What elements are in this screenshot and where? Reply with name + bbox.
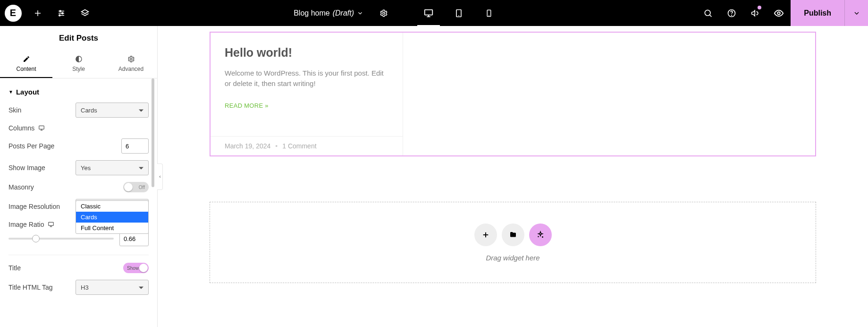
control-show-image: Show Image Yes — [8, 160, 149, 175]
editor-sidebar: Edit Posts Content Style Advanced ▼ Layo… — [0, 26, 158, 327]
title-toggle[interactable]: Show — [123, 263, 149, 273]
title-tag-select[interactable]: H3 — [76, 280, 149, 295]
elementor-logo-button[interactable]: E — [0, 0, 26, 26]
desktop-icon — [423, 8, 434, 18]
widget-dropzone[interactable]: Drag widget here — [210, 202, 816, 283]
layers-icon — [80, 9, 90, 18]
publish-label: Publish — [804, 9, 831, 17]
publish-button[interactable]: Publish — [791, 0, 844, 26]
skin-select[interactable]: Cards — [76, 103, 149, 118]
skin-option-classic[interactable]: Classic — [76, 201, 148, 212]
svg-rect-27 — [49, 222, 54, 225]
topbar-right: Publish — [696, 0, 868, 26]
svg-point-32 — [542, 236, 543, 237]
document-status: (Draft) — [333, 9, 354, 17]
title-tag-value: H3 — [81, 284, 89, 291]
topbar: E Blog home (Draft) — [0, 0, 868, 26]
svg-point-9 — [383, 12, 385, 14]
svg-point-17 — [705, 10, 711, 16]
post-title: Hello world! — [225, 46, 388, 60]
add-template-button[interactable] — [502, 224, 524, 246]
svg-point-7 — [59, 15, 60, 16]
svg-point-3 — [59, 10, 61, 12]
post-card-body: Hello world! Welcome to WordPress. This … — [211, 33, 403, 136]
posts-per-page-input[interactable] — [121, 138, 149, 154]
svg-rect-10 — [425, 9, 433, 15]
section-layout-header[interactable]: ▼ Layout — [8, 78, 149, 103]
posts-widget[interactable]: Hello world! Welcome to WordPress. This … — [210, 32, 816, 156]
tablet-icon — [454, 9, 463, 18]
add-element-button[interactable] — [26, 0, 50, 26]
ai-button[interactable] — [529, 224, 552, 246]
post-card-footer: March 19, 2024 • 1 Comment — [211, 136, 403, 155]
device-desktop-tab[interactable] — [413, 0, 444, 26]
topbar-left: E — [0, 0, 97, 26]
read-more-link[interactable]: READ MORE » — [225, 102, 388, 109]
tab-style-label: Style — [72, 66, 85, 72]
svg-point-23 — [130, 58, 132, 60]
tab-advanced-label: Advanced — [118, 66, 143, 72]
sidebar-title: Edit Posts — [0, 26, 157, 50]
sliders-icon — [57, 9, 66, 17]
gear-icon — [379, 9, 388, 17]
svg-rect-24 — [39, 126, 44, 129]
sidebar-collapse-button[interactable] — [157, 164, 163, 190]
site-settings-button[interactable] — [50, 0, 73, 26]
caret-down-icon: ▼ — [8, 89, 13, 95]
add-widget-button[interactable] — [474, 224, 497, 246]
posts-per-page-label: Posts Per Page — [8, 142, 54, 150]
whats-new-button[interactable] — [743, 0, 767, 26]
tab-style[interactable]: Style — [52, 50, 105, 78]
structure-button[interactable] — [73, 0, 97, 26]
help-button[interactable] — [720, 0, 743, 26]
dropzone-text: Drag widget here — [486, 254, 539, 262]
control-title: Title Show — [8, 263, 149, 273]
responsive-tabs — [413, 0, 504, 26]
image-ratio-slider[interactable] — [8, 238, 114, 240]
mobile-icon — [485, 9, 493, 17]
sparkle-icon — [536, 231, 545, 239]
toggle-knob — [124, 183, 133, 191]
preview-button[interactable] — [767, 0, 791, 26]
skin-option-full-content[interactable]: Full Content — [76, 223, 148, 233]
show-image-value: Yes — [81, 164, 91, 172]
folder-icon — [509, 231, 517, 239]
image-ratio-label: Image Ratio — [8, 221, 54, 228]
device-mobile-tab[interactable] — [474, 0, 504, 26]
finder-button[interactable] — [696, 0, 720, 26]
skin-select-value: Cards — [81, 107, 97, 114]
divider — [8, 255, 149, 255]
elementor-logo-icon: E — [5, 5, 22, 22]
svg-point-21 — [777, 12, 780, 15]
help-icon — [727, 9, 736, 18]
page-settings-button[interactable] — [372, 9, 396, 17]
plus-icon — [34, 9, 42, 17]
image-res-label: Image Resolution — [8, 203, 60, 210]
masonry-toggle[interactable]: Off — [123, 182, 149, 192]
control-posts-per-page: Posts Per Page — [8, 138, 149, 154]
slider-thumb[interactable] — [32, 235, 40, 242]
chevron-down-icon — [357, 10, 363, 17]
style-icon — [75, 55, 83, 63]
svg-line-18 — [710, 15, 712, 17]
chevron-left-icon — [158, 175, 162, 179]
control-skin: Skin Cards — [8, 103, 149, 118]
masonry-label: Masonry — [8, 183, 34, 191]
masonry-toggle-label: Off — [139, 185, 145, 190]
device-tablet-tab[interactable] — [444, 0, 474, 26]
svg-point-33 — [538, 236, 538, 237]
gear-icon — [127, 55, 135, 63]
svg-point-5 — [62, 12, 63, 14]
tab-content[interactable]: Content — [0, 50, 52, 78]
skin-dropdown-list: Classic Cards Full Content — [76, 200, 149, 234]
show-image-select[interactable]: Yes — [76, 160, 149, 175]
section-layout-label: Layout — [16, 88, 39, 96]
skin-option-cards[interactable]: Cards — [76, 212, 148, 223]
tab-advanced[interactable]: Advanced — [105, 50, 157, 78]
show-image-label: Show Image — [8, 164, 45, 172]
svg-point-20 — [732, 15, 732, 15]
document-title-dropdown[interactable]: Blog home (Draft) — [289, 9, 368, 17]
megaphone-icon — [750, 9, 760, 18]
publish-options-button[interactable] — [844, 0, 868, 26]
panel-body: ▼ Layout Skin Cards Columns Posts Per Pa… — [0, 78, 157, 327]
